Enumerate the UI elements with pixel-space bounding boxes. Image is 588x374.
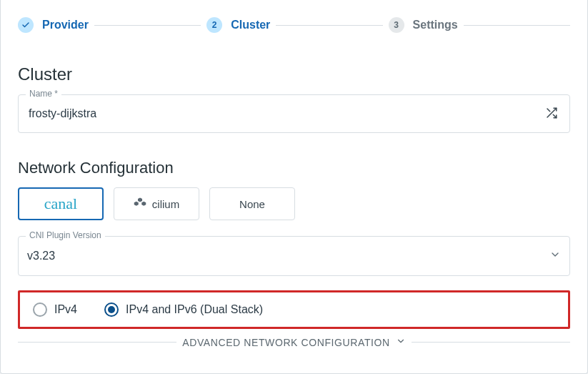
network-heading: Network Configuration xyxy=(18,159,570,177)
radio-icon xyxy=(104,302,119,317)
name-field[interactable]: Name * xyxy=(18,94,570,133)
advanced-network-toggle[interactable]: ADVANCED NETWORK CONFIGURATION xyxy=(18,336,570,348)
svg-marker-3 xyxy=(138,197,142,202)
svg-marker-4 xyxy=(134,201,139,205)
plugin-none-button[interactable]: None xyxy=(209,187,295,220)
svg-line-2 xyxy=(547,109,550,112)
step-settings[interactable]: 3 Settings xyxy=(389,17,458,33)
svg-marker-5 xyxy=(141,201,146,205)
stepper: Provider 2 Cluster 3 Settings xyxy=(1,0,587,39)
chevron-down-icon xyxy=(549,249,561,263)
name-label: Name * xyxy=(26,89,61,99)
stepper-divider xyxy=(94,25,201,26)
ip-stack-group: IPv4 IPv4 and IPv6 (Dual Stack) xyxy=(18,290,570,329)
step-number: 2 xyxy=(206,17,222,33)
radio-ipv4[interactable]: IPv4 xyxy=(33,302,77,317)
check-icon xyxy=(18,17,34,33)
randomize-button[interactable] xyxy=(542,104,561,124)
plugin-cilium-button[interactable]: cilium xyxy=(114,187,199,220)
shuffle-icon xyxy=(545,107,558,122)
cni-version-value: v3.23 xyxy=(27,250,549,262)
plugin-label: None xyxy=(239,198,265,210)
step-label: Settings xyxy=(413,19,458,31)
cilium-icon xyxy=(134,197,146,212)
step-provider[interactable]: Provider xyxy=(18,17,89,33)
name-input[interactable] xyxy=(27,107,542,121)
cluster-heading: Cluster xyxy=(18,64,570,84)
step-label: Provider xyxy=(42,19,89,31)
advanced-label: ADVANCED NETWORK CONFIGURATION xyxy=(182,337,390,348)
wizard-card: Provider 2 Cluster 3 Settings Cluster Na… xyxy=(0,0,588,374)
stepper-divider xyxy=(276,25,382,26)
divider xyxy=(412,342,570,343)
stepper-divider xyxy=(464,25,570,26)
step-number: 3 xyxy=(389,17,404,33)
cni-version-select[interactable]: CNI Plugin Version v3.23 xyxy=(18,236,570,276)
canal-logo: canal xyxy=(44,195,77,213)
radio-label: IPv4 and IPv6 (Dual Stack) xyxy=(126,303,263,316)
chevron-down-icon xyxy=(396,336,406,348)
step-cluster[interactable]: 2 Cluster xyxy=(206,17,270,33)
radio-label: IPv4 xyxy=(54,303,77,316)
cluster-section: Cluster Name * xyxy=(1,39,587,133)
divider xyxy=(18,342,176,343)
cni-version-label: CNI Plugin Version xyxy=(26,230,105,240)
plugin-canal-button[interactable]: canal xyxy=(18,187,104,220)
radio-icon xyxy=(33,302,47,317)
cni-plugin-row: canal cilium None xyxy=(18,187,570,220)
radio-dual-stack[interactable]: IPv4 and IPv6 (Dual Stack) xyxy=(104,302,263,317)
plugin-label: cilium xyxy=(152,198,179,210)
step-label: Cluster xyxy=(231,19,270,31)
network-section: Network Configuration canal cilium None … xyxy=(1,133,587,348)
